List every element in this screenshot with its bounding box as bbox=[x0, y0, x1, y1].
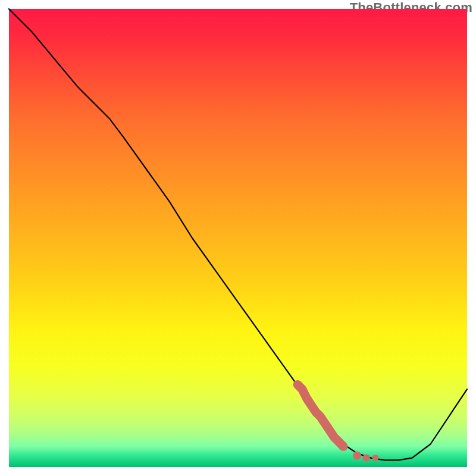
svg-point-3 bbox=[372, 455, 379, 461]
curve-line bbox=[9, 9, 467, 460]
chart-overlay bbox=[9, 9, 467, 467]
highlight-segment bbox=[298, 384, 378, 461]
svg-point-2 bbox=[362, 454, 369, 461]
svg-point-1 bbox=[353, 452, 361, 460]
chart-container: TheBottleneck.com bbox=[0, 0, 476, 476]
plot-area bbox=[9, 9, 467, 467]
